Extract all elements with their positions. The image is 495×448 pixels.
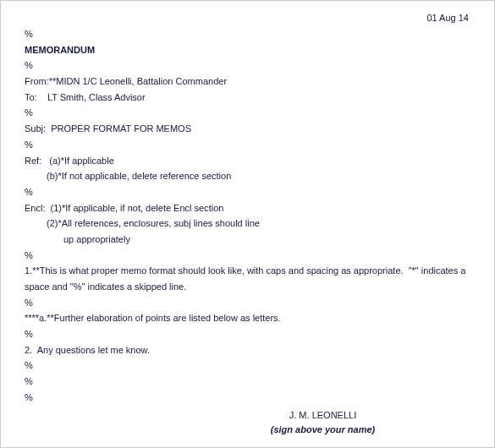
spacer-line: % — [25, 137, 477, 153]
memo-title: MEMORANDUM — [25, 42, 477, 58]
subj-line: Subj: PROPER FORMAT FOR MEMOS — [25, 121, 477, 137]
encl-line-2b: up appropriately — [25, 232, 477, 248]
body-para-1a: ****a.**Further elaboration of points ar… — [25, 310, 477, 326]
signature-name: J. M. LEONELLI — [168, 407, 477, 423]
spacer-line: % — [25, 390, 477, 406]
ref-line-a: Ref: (a)*If applicable — [25, 153, 477, 169]
ref-line-b: (b)*If not applicable, delete reference … — [25, 168, 477, 184]
spacer-line: % — [25, 295, 477, 311]
from-label: From: — [25, 76, 49, 86]
encl-line-1: Encl: (1)*If applicable, if not, delete … — [25, 200, 477, 216]
encl-label: Encl: — [25, 203, 51, 213]
spacer-line: % — [25, 326, 477, 342]
from-line: From:**MIDN 1/C Leonelli, Battalion Comm… — [25, 74, 477, 90]
spacer-line: % — [25, 374, 477, 390]
encl-1-text: (1)*If applicable, if not, delete Encl s… — [51, 203, 224, 213]
spacer-line: % — [25, 358, 477, 374]
encl-line-2: (2)*All references, enclosures, subj lin… — [25, 216, 477, 232]
spacer-line: % — [25, 105, 477, 121]
spacer-line: % — [25, 248, 477, 264]
ref-a-text: (a)*If applicable — [49, 156, 113, 166]
spacer-line: % — [25, 184, 477, 200]
to-value: LT Smith, Class Advisor — [47, 92, 146, 102]
from-value: **MIDN 1/C Leonelli, Battalion Commander — [49, 76, 227, 86]
subj-value: PROPER FORMAT FOR MEMOS — [51, 123, 191, 134]
subj-label: Subj: — [25, 123, 51, 134]
memo-date: 01 Aug 14 — [25, 13, 477, 23]
signature-block: J. M. LEONELLI (sign above your name) — [25, 407, 477, 437]
body-para-2: 2. Any questions let me know. — [25, 342, 477, 358]
spacer-line: % — [25, 57, 477, 74]
signature-instruction: (sign above your name) — [168, 423, 477, 437]
body-para-1: 1.**This is what proper memo format shou… — [25, 263, 477, 294]
to-line: To: LT Smith, Class Advisor — [25, 90, 477, 106]
ref-label: Ref: — [25, 156, 49, 166]
to-label: To: — [25, 92, 47, 102]
spacer-line: % — [25, 26, 477, 42]
